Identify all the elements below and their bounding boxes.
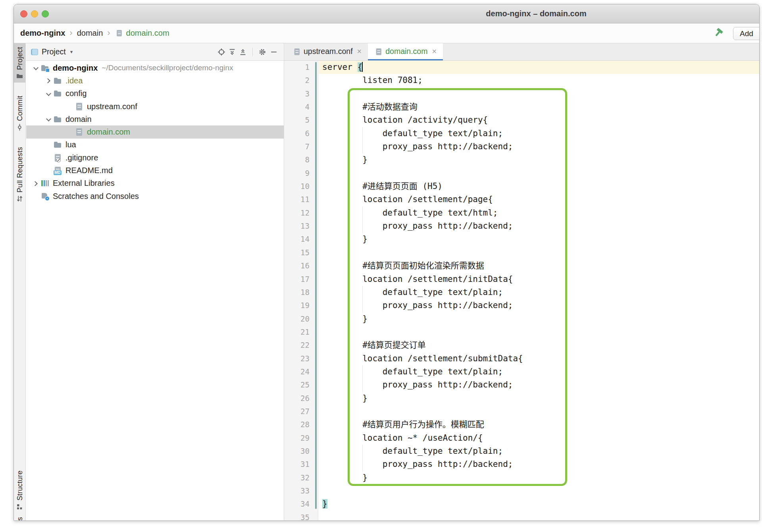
code-line-30[interactable]: default_type text/plain; bbox=[319, 445, 759, 458]
expand-all-icon[interactable] bbox=[229, 48, 236, 56]
code-line-32[interactable]: } bbox=[319, 471, 759, 484]
line-number: 14 bbox=[284, 233, 318, 246]
code-line-4[interactable]: #活动数据查询 bbox=[319, 100, 759, 114]
code-line-31[interactable]: proxy_pass http://backend; bbox=[319, 458, 759, 471]
tree-row-idea[interactable]: .idea bbox=[26, 74, 284, 87]
chevron-right-icon: › bbox=[107, 28, 110, 38]
line-number: 10 bbox=[284, 180, 318, 193]
code-line-26[interactable]: } bbox=[319, 392, 759, 405]
editor-body[interactable]: 1234567891011121314151617181920212223242… bbox=[284, 61, 759, 520]
code-line-12[interactable]: default_type text/html; bbox=[319, 206, 759, 220]
toolbar-divider bbox=[252, 48, 253, 56]
code-line-9[interactable] bbox=[319, 167, 759, 180]
code-line-20[interactable]: } bbox=[319, 312, 759, 326]
code-line-18[interactable]: default_type text/plain; bbox=[319, 286, 759, 299]
file-md-icon: MD bbox=[53, 166, 62, 175]
code-line-2[interactable]: listen 7081; bbox=[319, 74, 759, 87]
add-configuration-button[interactable]: Add bbox=[733, 27, 760, 40]
tree-row-label: lua bbox=[65, 140, 76, 149]
line-number: 25 bbox=[284, 378, 318, 391]
tree-chevron-icon[interactable] bbox=[32, 64, 40, 72]
tree-row-readme-md[interactable]: MDREADME.md bbox=[26, 164, 284, 177]
code-line-1[interactable]: server { bbox=[319, 61, 759, 74]
folder-icon bbox=[53, 77, 62, 85]
code-line-17[interactable]: location /settlement/initData{ bbox=[319, 273, 759, 286]
folder-icon bbox=[53, 141, 62, 149]
build-hammer-icon[interactable] bbox=[714, 28, 724, 39]
chevron-spacer bbox=[66, 128, 74, 136]
code-line-11[interactable]: location /settlement/page{ bbox=[319, 193, 759, 206]
breadcrumb-item-folder[interactable]: domain bbox=[77, 29, 103, 38]
line-number: 18 bbox=[284, 286, 318, 299]
stripe-tab-project[interactable]: Project bbox=[14, 43, 25, 83]
code-line-33[interactable] bbox=[319, 484, 759, 497]
folder-icon bbox=[53, 89, 62, 98]
line-number: 6 bbox=[284, 127, 318, 140]
code-line-34[interactable]: } bbox=[319, 497, 759, 511]
project-tree[interactable]: demo-nginx~/Documents/seckillproject/dem… bbox=[26, 61, 284, 520]
collapse-all-icon[interactable] bbox=[239, 48, 246, 56]
tree-row-external-libraries[interactable]: External Libraries bbox=[26, 177, 284, 190]
editor-tabbar: upstream.conf × domain.com × bbox=[284, 43, 759, 61]
tree-row-label: domain bbox=[65, 115, 92, 124]
line-number: 8 bbox=[284, 153, 318, 166]
breadcrumb-item-project[interactable]: demo-nginx bbox=[20, 29, 65, 38]
file-icon bbox=[115, 30, 123, 37]
code-line-7[interactable]: proxy_pass http://backend; bbox=[319, 140, 759, 153]
tree-row-upstream-conf[interactable]: upstream.conf bbox=[26, 100, 284, 113]
code-line-22[interactable]: #结算页提交订单 bbox=[319, 339, 759, 352]
close-tab-icon[interactable]: × bbox=[432, 47, 437, 56]
code-line-3[interactable] bbox=[319, 87, 759, 100]
tree-row-label: README.md bbox=[65, 166, 113, 175]
close-window-button[interactable] bbox=[20, 10, 27, 17]
code-line-16[interactable]: #结算页页面初始化渲染所需数据 bbox=[319, 259, 759, 272]
close-tab-icon[interactable]: × bbox=[357, 47, 362, 56]
code-line-14[interactable]: } bbox=[319, 233, 759, 246]
code-line-6[interactable]: default_type text/plain; bbox=[319, 127, 759, 140]
code-line-5[interactable]: location /activity/query{ bbox=[319, 114, 759, 127]
code-line-15[interactable] bbox=[319, 246, 759, 259]
hide-panel-icon[interactable] bbox=[271, 52, 277, 52]
scratches-icon bbox=[40, 192, 50, 200]
code-line-35[interactable] bbox=[319, 511, 759, 520]
stripe-tab-partial[interactable]: s bbox=[16, 513, 23, 520]
stripe-tab-commit[interactable]: Commit bbox=[14, 92, 25, 134]
code-line-25[interactable]: proxy_pass http://backend; bbox=[319, 378, 759, 391]
ide-window: demo-nginx – domain.com demo-nginx › dom… bbox=[13, 4, 760, 521]
code-line-21[interactable] bbox=[319, 326, 759, 339]
stripe-tab-structure[interactable]: Structure bbox=[16, 467, 23, 513]
tree-chevron-icon[interactable] bbox=[44, 115, 52, 123]
code-line-28[interactable]: #结算页用户行为操作。模糊匹配 bbox=[319, 418, 759, 431]
code-line-23[interactable]: location /settlement/submitData{ bbox=[319, 352, 759, 365]
line-number: 20 bbox=[284, 312, 318, 326]
tree-row-domain[interactable]: domain bbox=[26, 113, 284, 125]
folder-icon bbox=[16, 73, 23, 79]
tree-chevron-icon[interactable] bbox=[44, 90, 52, 98]
breadcrumb-item-file[interactable]: domain.com bbox=[126, 29, 169, 38]
code-line-19[interactable]: proxy_pass http://backend; bbox=[319, 299, 759, 312]
tree-chevron-icon[interactable] bbox=[32, 179, 40, 187]
code-line-8[interactable]: } bbox=[319, 153, 759, 166]
page: demo-nginx – domain.com demo-nginx › dom… bbox=[0, 0, 762, 532]
code-line-24[interactable]: default_type text/plain; bbox=[319, 365, 759, 378]
editor-tab-domain-com[interactable]: domain.com × bbox=[368, 43, 443, 60]
tree-row-gitignore[interactable]: .gitignore bbox=[26, 151, 284, 164]
tree-row-lua[interactable]: lua bbox=[26, 139, 284, 151]
stripe-tab-pull-requests[interactable]: Pull Requests bbox=[14, 143, 25, 205]
tree-chevron-icon[interactable] bbox=[44, 77, 52, 85]
tree-row-domain-com[interactable]: domain.com bbox=[26, 125, 284, 138]
tree-row-demo-nginx[interactable]: demo-nginx~/Documents/seckillproject/dem… bbox=[26, 62, 284, 74]
code-line-27[interactable] bbox=[319, 405, 759, 418]
editor-tab-upstream-conf[interactable]: upstream.conf × bbox=[286, 43, 368, 60]
settings-gear-icon[interactable] bbox=[259, 48, 266, 56]
project-panel-title[interactable]: Project bbox=[42, 47, 66, 56]
tree-row-scratches-and-consoles[interactable]: Scratches and Consoles bbox=[26, 190, 284, 202]
zoom-window-button[interactable] bbox=[42, 10, 49, 17]
code-area[interactable]: server { listen 7081; #活动数据查询 location /… bbox=[319, 61, 759, 520]
locate-file-icon[interactable] bbox=[218, 48, 225, 56]
minimize-window-button[interactable] bbox=[31, 10, 38, 17]
code-line-13[interactable]: proxy_pass http://backend; bbox=[319, 220, 759, 233]
tree-row-config[interactable]: config bbox=[26, 87, 284, 100]
code-line-29[interactable]: location ~* /useAction/{ bbox=[319, 432, 759, 445]
code-line-10[interactable]: #进结算页页面 (H5) bbox=[319, 180, 759, 193]
